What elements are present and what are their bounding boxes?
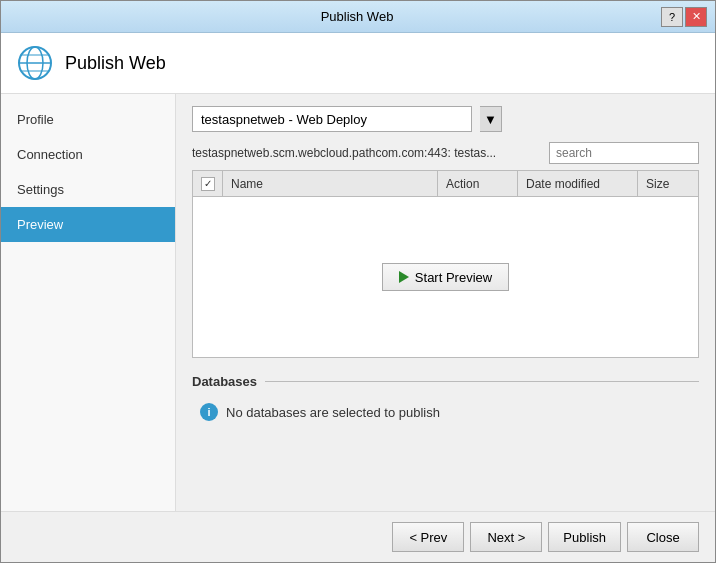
title-bar: Publish Web ? ✕	[1, 1, 715, 33]
main-content: testaspnetweb - Web Deploy ▼ testaspnetw…	[176, 94, 715, 511]
preview-table: ✓ Name Action Date modified Size Start P…	[192, 170, 699, 358]
sidebar-item-preview[interactable]: Preview	[1, 207, 175, 242]
sidebar-item-profile[interactable]: Profile	[1, 102, 175, 137]
help-button[interactable]: ?	[661, 7, 683, 27]
play-icon	[399, 271, 409, 283]
databases-header: Databases	[192, 374, 699, 389]
url-row: testaspnetweb.scm.webcloud.pathcom.com:4…	[192, 142, 699, 164]
table-header-date: Date modified	[518, 171, 638, 196]
url-text: testaspnetweb.scm.webcloud.pathcom.com:4…	[192, 146, 541, 160]
publish-web-icon	[17, 45, 53, 81]
start-preview-label: Start Preview	[415, 270, 492, 285]
profile-dropdown[interactable]: testaspnetweb - Web Deploy	[192, 106, 472, 132]
header-area: Publish Web	[1, 33, 715, 94]
close-button[interactable]: Close	[627, 522, 699, 552]
window-close-button[interactable]: ✕	[685, 7, 707, 27]
sidebar-item-settings[interactable]: Settings	[1, 172, 175, 207]
info-icon: i	[200, 403, 218, 421]
profile-row: testaspnetweb - Web Deploy ▼	[192, 106, 699, 132]
chevron-down-icon: ▼	[484, 112, 497, 127]
profile-dropdown-value: testaspnetweb - Web Deploy	[201, 112, 367, 127]
content-area: Profile Connection Settings Preview test…	[1, 94, 715, 511]
sidebar: Profile Connection Settings Preview	[1, 94, 176, 511]
prev-button[interactable]: < Prev	[392, 522, 464, 552]
title-bar-buttons: ? ✕	[661, 7, 707, 27]
publish-button[interactable]: Publish	[548, 522, 621, 552]
table-body: Start Preview	[193, 197, 698, 357]
next-button[interactable]: Next >	[470, 522, 542, 552]
checkmark-icon: ✓	[204, 178, 212, 189]
window-title: Publish Web	[53, 9, 661, 24]
databases-title: Databases	[192, 374, 257, 389]
info-message: No databases are selected to publish	[226, 405, 440, 420]
header-title: Publish Web	[65, 53, 166, 74]
footer: < Prev Next > Publish Close	[1, 511, 715, 562]
checkbox: ✓	[201, 177, 215, 191]
profile-dropdown-arrow[interactable]: ▼	[480, 106, 502, 132]
start-preview-button[interactable]: Start Preview	[382, 263, 509, 291]
databases-section: Databases i No databases are selected to…	[192, 374, 699, 425]
info-row: i No databases are selected to publish	[192, 399, 699, 425]
sidebar-item-connection[interactable]: Connection	[1, 137, 175, 172]
table-select-all[interactable]: ✓	[193, 171, 223, 196]
table-header: ✓ Name Action Date modified Size	[193, 171, 698, 197]
publish-web-window: Publish Web ? ✕ Publish Web Profile Conn…	[0, 0, 716, 563]
table-header-name: Name	[223, 171, 438, 196]
search-input[interactable]	[549, 142, 699, 164]
table-header-size: Size	[638, 171, 698, 196]
table-header-action: Action	[438, 171, 518, 196]
databases-divider	[265, 381, 699, 382]
